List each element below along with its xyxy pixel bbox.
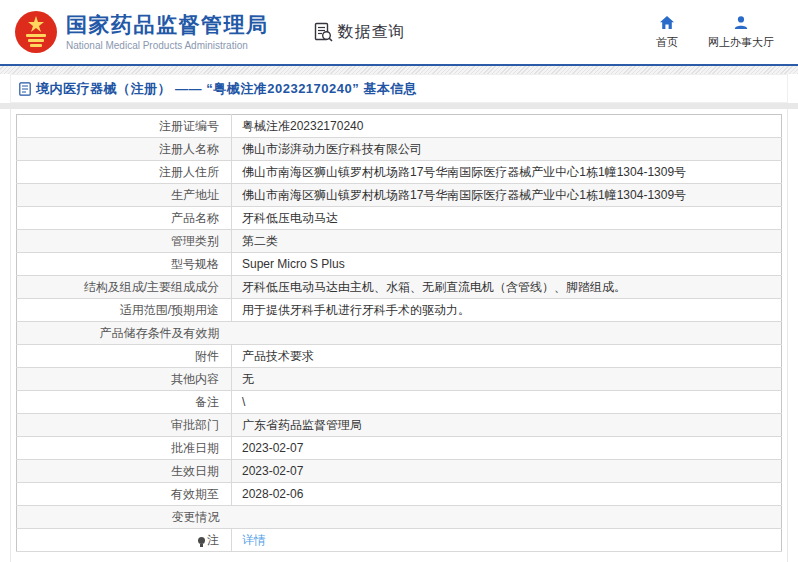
- row-value: 用于提供牙科手机进行牙科手术的驱动力。: [232, 299, 782, 322]
- row-value: 牙科低压电动马达由主机、水箱、无刷直流电机（含管线）、脚踏组成。: [232, 276, 782, 299]
- header-divider-band: [0, 66, 798, 74]
- row-value: Super Micro S Plus: [232, 253, 782, 276]
- row-value: 详情: [232, 529, 782, 552]
- table-row: 型号规格Super Micro S Plus: [17, 253, 782, 276]
- detail-link[interactable]: 详情: [242, 533, 266, 547]
- nav-service-hall-label: 网上办事大厅: [708, 35, 774, 50]
- data-query-icon: [313, 22, 333, 42]
- table-row: 产品储存条件及有效期: [17, 322, 782, 345]
- content-area: 注册证编号粤械注准20232170240注册人名称佛山市澎湃动力医疗科技有限公司…: [0, 109, 798, 562]
- table-row: 附件产品技术要求: [17, 345, 782, 368]
- row-value: 广东省药品监督管理局: [232, 414, 782, 437]
- table-row: 审批部门广东省药品监督管理局: [17, 414, 782, 437]
- row-label: 有效期至: [17, 483, 232, 506]
- row-label: 备注: [17, 391, 232, 414]
- table-row: 变更情况: [17, 506, 782, 529]
- row-value: \: [232, 391, 782, 414]
- table-row: 批准日期2023-02-07: [17, 437, 782, 460]
- org-title-cn: 国家药品监督管理局: [66, 13, 269, 37]
- row-label: 注册证编号: [17, 115, 232, 138]
- row-value: 2023-02-07: [232, 460, 782, 483]
- table-row: 注详情: [17, 529, 782, 552]
- note-icon: [198, 537, 205, 544]
- data-query-tab[interactable]: 数据查询: [313, 22, 406, 43]
- page-title: 境内医疗器械（注册） —— “粤械注准20232170240” 基本信息: [36, 80, 417, 98]
- row-value: 无: [232, 368, 782, 391]
- table-row: 产品名称牙科低压电动马达: [17, 207, 782, 230]
- info-table-body: 注册证编号粤械注准20232170240注册人名称佛山市澎湃动力医疗科技有限公司…: [17, 115, 782, 552]
- row-label: 产品名称: [17, 207, 232, 230]
- row-value: 2023-02-07: [232, 437, 782, 460]
- data-query-label: 数据查询: [338, 22, 406, 43]
- table-row: 备注\: [17, 391, 782, 414]
- table-row: 注册证编号粤械注准20232170240: [17, 115, 782, 138]
- row-label: 注: [17, 529, 232, 552]
- table-row: 有效期至2028-02-06: [17, 483, 782, 506]
- home-icon: [659, 15, 675, 31]
- row-value: 粤械注准20232170240: [232, 115, 782, 138]
- top-navigation: 首页 网上办事大厅: [656, 15, 784, 50]
- table-row: 适用范围/预期用途用于提供牙科手机进行牙科手术的驱动力。: [17, 299, 782, 322]
- row-label: 适用范围/预期用途: [17, 299, 232, 322]
- row-label: 批准日期: [17, 437, 232, 460]
- document-icon: [19, 82, 31, 96]
- row-value: 佛山市澎湃动力医疗科技有限公司: [232, 138, 782, 161]
- content-box: 注册证编号粤械注准20232170240注册人名称佛山市澎湃动力医疗科技有限公司…: [10, 109, 788, 562]
- user-icon: [733, 15, 749, 31]
- row-label: 注册人名称: [17, 138, 232, 161]
- title-strip: 境内医疗器械（注册） —— “粤械注准20232170240” 基本信息: [0, 74, 798, 103]
- table-row: 生产地址佛山市南海区狮山镇罗村机场路17号华南国际医疗器械产业中心1栋1幢130…: [17, 184, 782, 207]
- row-value: [232, 322, 782, 345]
- row-label: 审批部门: [17, 414, 232, 437]
- row-value: 佛山市南海区狮山镇罗村机场路17号华南国际医疗器械产业中心1栋1幢1304-13…: [232, 161, 782, 184]
- row-label: 管理类别: [17, 230, 232, 253]
- row-value: 2028-02-06: [232, 483, 782, 506]
- site-header: 国家药品监督管理局 National Medical Products Admi…: [0, 0, 798, 66]
- table-row: 结构及组成/主要组成成分牙科低压电动马达由主机、水箱、无刷直流电机（含管线）、脚…: [17, 276, 782, 299]
- table-row: 注册人住所佛山市南海区狮山镇罗村机场路17号华南国际医疗器械产业中心1栋1幢13…: [17, 161, 782, 184]
- row-value: [232, 506, 782, 529]
- org-title-en: National Medical Products Administration: [66, 40, 269, 51]
- row-label: 变更情况: [17, 506, 232, 529]
- table-row: 注册人名称佛山市澎湃动力医疗科技有限公司: [17, 138, 782, 161]
- row-label: 生产地址: [17, 184, 232, 207]
- row-value: 第二类: [232, 230, 782, 253]
- row-value: 牙科低压电动马达: [232, 207, 782, 230]
- nav-home[interactable]: 首页: [656, 15, 678, 50]
- row-value: 产品技术要求: [232, 345, 782, 368]
- page-title-bar: 境内医疗器械（注册） —— “粤械注准20232170240” 基本信息: [10, 74, 788, 103]
- row-label: 生效日期: [17, 460, 232, 483]
- nav-home-label: 首页: [656, 35, 678, 50]
- table-row: 生效日期2023-02-07: [17, 460, 782, 483]
- table-row: 其他内容无: [17, 368, 782, 391]
- row-label: 结构及组成/主要组成成分: [17, 276, 232, 299]
- row-label: 产品储存条件及有效期: [17, 322, 232, 345]
- nav-service-hall[interactable]: 网上办事大厅: [708, 15, 774, 50]
- row-label: 附件: [17, 345, 232, 368]
- table-row: 管理类别第二类: [17, 230, 782, 253]
- row-label: 其他内容: [17, 368, 232, 391]
- registration-info-table: 注册证编号粤械注准20232170240注册人名称佛山市澎湃动力医疗科技有限公司…: [16, 114, 782, 552]
- national-emblem-icon: [14, 10, 58, 54]
- row-label: 型号规格: [17, 253, 232, 276]
- org-title-block: 国家药品监督管理局 National Medical Products Admi…: [66, 13, 269, 50]
- row-value: 佛山市南海区狮山镇罗村机场路17号华南国际医疗器械产业中心1栋1幢1304-13…: [232, 184, 782, 207]
- row-label: 注册人住所: [17, 161, 232, 184]
